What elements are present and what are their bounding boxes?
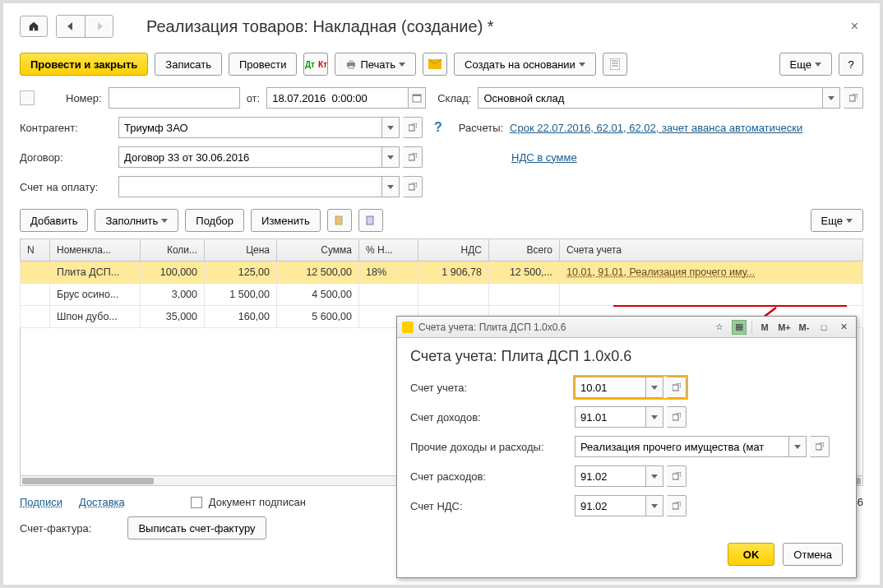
post-button[interactable]: Провести — [229, 53, 298, 76]
signatures-link[interactable]: Подписи — [20, 496, 62, 508]
col-qty[interactable]: Коли... — [141, 239, 205, 262]
income-input[interactable] — [575, 406, 645, 428]
vat-acc-label: Счет НДС: — [410, 500, 575, 512]
calendar-icon — [412, 93, 422, 103]
counterparty-label: Контрагент: — [20, 122, 112, 134]
settlements-label: Расчеты: — [459, 122, 503, 134]
col-total[interactable]: Всего — [489, 239, 560, 262]
fill-button[interactable]: Заполнить — [95, 209, 178, 232]
warehouse-dropdown[interactable] — [822, 87, 840, 109]
contract-label: Договор: — [20, 151, 112, 164]
expense-input[interactable] — [575, 465, 645, 487]
income-label: Счет доходов: — [410, 411, 575, 424]
ok-button[interactable]: OK — [728, 543, 775, 566]
modal-close-button[interactable]: ✕ — [836, 320, 851, 335]
warehouse-open[interactable] — [844, 87, 863, 109]
svg-rect-14 — [335, 216, 342, 225]
counterparty-open[interactable] — [403, 117, 423, 138]
copy-down-button[interactable] — [327, 209, 352, 232]
col-sum[interactable]: Сумма — [277, 239, 359, 262]
svg-rect-20 — [673, 474, 678, 479]
m-minus-button[interactable]: M- — [797, 320, 811, 335]
doc-signed-label: Документ подписан — [209, 496, 306, 508]
counterparty-dropdown[interactable] — [381, 117, 400, 138]
cancel-button[interactable]: Отмена — [783, 543, 843, 566]
more-button[interactable]: Еще — [779, 53, 832, 76]
accounts-link[interactable]: 10.01, 91.01, Реализация прочего иму... — [566, 266, 755, 278]
table-row[interactable]: Брус осино...3,0001 500,004 500,00 — [21, 284, 863, 306]
col-vatp[interactable]: % Н... — [359, 239, 418, 262]
paste-button[interactable] — [358, 209, 383, 232]
col-price[interactable]: Цена — [205, 239, 277, 262]
svg-rect-19 — [816, 444, 821, 450]
svg-rect-18 — [673, 414, 678, 420]
expense-label: Счет расходов: — [410, 470, 575, 483]
warehouse-label: Склад: — [437, 92, 471, 104]
account-open[interactable] — [667, 377, 687, 398]
warehouse-input[interactable] — [478, 87, 822, 109]
back-button[interactable] — [57, 16, 85, 37]
contract-input[interactable] — [118, 146, 381, 168]
more-table-button[interactable]: Еще — [811, 209, 863, 232]
help-button[interactable]: ? — [839, 53, 863, 76]
debit-credit-button[interactable]: ДтКт — [303, 53, 328, 76]
doc-signed-checkbox[interactable] — [191, 497, 202, 508]
invoice-input[interactable] — [118, 176, 381, 197]
home-button[interactable] — [20, 16, 48, 37]
add-button[interactable]: Добавить — [20, 209, 88, 232]
other-label: Прочие доходы и расходы: — [410, 441, 575, 453]
col-acc[interactable]: Счета учета — [560, 239, 863, 262]
col-name[interactable]: Номенкла... — [50, 239, 141, 262]
col-vat[interactable]: НДС — [418, 239, 489, 262]
select-button[interactable]: Подбор — [185, 209, 244, 232]
calendar-button[interactable] — [408, 87, 426, 109]
calc-icon[interactable]: ▦ — [732, 320, 747, 335]
contract-open[interactable] — [403, 146, 423, 168]
close-button[interactable]: × — [846, 19, 863, 34]
doc-button[interactable] — [603, 53, 627, 76]
modal-title: Счета учета: Плита ДСП 1.0x0.6 — [418, 322, 566, 333]
svg-rect-17 — [673, 385, 678, 391]
account-dropdown[interactable] — [645, 377, 663, 398]
issue-invoice-button[interactable]: Выписать счет-фактуру — [127, 516, 266, 539]
table-row[interactable]: Плита ДСП... 100,000 125,00 12 500,00 18… — [21, 262, 863, 284]
change-button[interactable]: Изменить — [251, 209, 321, 232]
other-input[interactable] — [575, 436, 788, 457]
doc-status-icon — [20, 90, 35, 105]
account-label: Счет учета: — [410, 382, 575, 394]
number-input[interactable] — [109, 87, 240, 109]
chevron-down-icon — [399, 63, 405, 67]
m-button[interactable]: M — [757, 320, 772, 335]
star-icon[interactable]: ☆ — [712, 320, 727, 335]
accounts-modal: Счета учета: Плита ДСП 1.0x0.6 ☆ ▦ M M+ … — [396, 316, 857, 578]
invoice-dropdown[interactable] — [381, 176, 400, 197]
svg-rect-21 — [673, 503, 678, 509]
info-icon[interactable]: ? — [434, 120, 442, 135]
svg-rect-1 — [349, 60, 354, 63]
modal-maximize-button[interactable]: □ — [816, 320, 831, 335]
vat-acc-input[interactable] — [575, 495, 645, 516]
settlements-link[interactable]: Срок 22.07.2016, 62.01, 62.02, зачет ава… — [510, 122, 802, 134]
forward-button[interactable] — [85, 16, 113, 37]
svg-rect-10 — [849, 95, 855, 101]
create-based-button[interactable]: Создать на основании — [454, 53, 596, 76]
account-input[interactable] — [575, 377, 645, 398]
date-input[interactable] — [266, 87, 408, 109]
goods-table[interactable]: N Номенкла... Коли... Цена Сумма % Н... … — [20, 238, 863, 328]
m-plus-button[interactable]: M+ — [777, 320, 792, 335]
vat-mode-link[interactable]: НДС в сумме — [511, 151, 577, 164]
write-button[interactable]: Записать — [155, 53, 222, 76]
print-button[interactable]: Печать — [335, 53, 416, 76]
col-n[interactable]: N — [21, 239, 50, 262]
svg-rect-12 — [409, 155, 414, 160]
svg-rect-2 — [349, 66, 354, 68]
open-icon — [849, 94, 858, 102]
contract-dropdown[interactable] — [381, 146, 400, 168]
post-and-close-button[interactable]: Провести и закрыть — [20, 53, 148, 76]
highlight-underline — [613, 305, 847, 307]
mail-button[interactable] — [423, 53, 447, 76]
counterparty-input[interactable] — [118, 117, 381, 138]
invoice-open[interactable] — [403, 176, 423, 197]
delivery-link[interactable]: Доставка — [79, 496, 125, 508]
svg-rect-15 — [367, 216, 373, 225]
